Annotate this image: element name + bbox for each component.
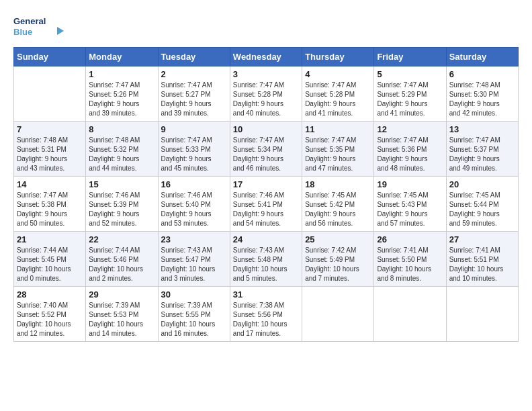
calendar-cell: 14Sunrise: 7:47 AM Sunset: 5:38 PM Dayli… <box>14 177 86 232</box>
day-number: 11 <box>305 124 371 134</box>
day-info: Sunrise: 7:43 AM Sunset: 5:48 PM Dayligh… <box>233 246 299 283</box>
day-info: Sunrise: 7:40 AM Sunset: 5:52 PM Dayligh… <box>17 301 83 338</box>
day-number: 20 <box>449 179 515 189</box>
calendar-cell: 17Sunrise: 7:46 AM Sunset: 5:41 PM Dayli… <box>230 177 302 232</box>
calendar-cell <box>14 66 86 122</box>
day-number: 18 <box>305 179 371 189</box>
day-info: Sunrise: 7:47 AM Sunset: 5:26 PM Dayligh… <box>89 81 154 118</box>
day-number: 21 <box>17 234 83 244</box>
day-info: Sunrise: 7:41 AM Sunset: 5:51 PM Dayligh… <box>449 246 515 283</box>
day-info: Sunrise: 7:46 AM Sunset: 5:40 PM Dayligh… <box>161 191 227 228</box>
calendar-cell: 15Sunrise: 7:46 AM Sunset: 5:39 PM Dayli… <box>86 177 158 232</box>
calendar-cell: 13Sunrise: 7:47 AM Sunset: 5:37 PM Dayli… <box>446 122 518 177</box>
weekday-header-friday: Friday <box>374 48 446 66</box>
svg-marker-1 <box>57 27 64 35</box>
calendar-week-row: 14Sunrise: 7:47 AM Sunset: 5:38 PM Dayli… <box>14 177 519 232</box>
calendar-cell <box>374 287 446 342</box>
day-info: Sunrise: 7:45 AM Sunset: 5:43 PM Dayligh… <box>377 191 443 228</box>
weekday-header-thursday: Thursday <box>302 48 374 66</box>
calendar-cell: 26Sunrise: 7:41 AM Sunset: 5:50 PM Dayli… <box>374 232 446 287</box>
calendar-cell: 27Sunrise: 7:41 AM Sunset: 5:51 PM Dayli… <box>446 232 518 287</box>
day-info: Sunrise: 7:47 AM Sunset: 5:38 PM Dayligh… <box>17 191 83 228</box>
day-info: Sunrise: 7:41 AM Sunset: 5:50 PM Dayligh… <box>377 246 443 283</box>
day-number: 17 <box>233 179 299 189</box>
weekday-header-wednesday: Wednesday <box>230 48 302 66</box>
calendar-cell: 21Sunrise: 7:44 AM Sunset: 5:45 PM Dayli… <box>14 232 86 287</box>
logo-svg: General Blue <box>13 13 67 40</box>
day-info: Sunrise: 7:46 AM Sunset: 5:39 PM Dayligh… <box>89 191 154 228</box>
day-number: 2 <box>161 69 227 79</box>
calendar-week-row: 7Sunrise: 7:48 AM Sunset: 5:31 PM Daylig… <box>14 122 519 177</box>
calendar-cell: 2Sunrise: 7:47 AM Sunset: 5:27 PM Daylig… <box>158 66 230 122</box>
calendar-cell: 22Sunrise: 7:44 AM Sunset: 5:46 PM Dayli… <box>86 232 158 287</box>
day-info: Sunrise: 7:45 AM Sunset: 5:42 PM Dayligh… <box>305 191 371 228</box>
svg-text:Blue: Blue <box>13 27 32 37</box>
day-number: 16 <box>161 179 227 189</box>
day-info: Sunrise: 7:48 AM Sunset: 5:31 PM Dayligh… <box>17 136 83 173</box>
calendar-cell: 23Sunrise: 7:43 AM Sunset: 5:47 PM Dayli… <box>158 232 230 287</box>
day-number: 8 <box>89 124 154 134</box>
logo: General Blue <box>13 13 67 40</box>
day-number: 24 <box>233 234 299 244</box>
day-info: Sunrise: 7:47 AM Sunset: 5:29 PM Dayligh… <box>377 81 443 118</box>
day-info: Sunrise: 7:39 AM Sunset: 5:55 PM Dayligh… <box>161 301 227 338</box>
weekday-header-monday: Monday <box>86 48 158 66</box>
day-info: Sunrise: 7:47 AM Sunset: 5:28 PM Dayligh… <box>305 81 371 118</box>
day-info: Sunrise: 7:42 AM Sunset: 5:49 PM Dayligh… <box>305 246 371 283</box>
day-info: Sunrise: 7:45 AM Sunset: 5:44 PM Dayligh… <box>449 191 515 228</box>
day-number: 14 <box>17 179 83 189</box>
day-number: 10 <box>233 124 299 134</box>
day-number: 7 <box>17 124 83 134</box>
calendar-cell: 18Sunrise: 7:45 AM Sunset: 5:42 PM Dayli… <box>302 177 374 232</box>
calendar-week-row: 21Sunrise: 7:44 AM Sunset: 5:45 PM Dayli… <box>14 232 519 287</box>
day-number: 30 <box>161 289 227 300</box>
day-info: Sunrise: 7:43 AM Sunset: 5:47 PM Dayligh… <box>161 246 227 283</box>
day-info: Sunrise: 7:47 AM Sunset: 5:27 PM Dayligh… <box>161 81 227 118</box>
calendar-cell <box>446 287 518 342</box>
weekday-header-row: SundayMondayTuesdayWednesdayThursdayFrid… <box>14 48 519 66</box>
day-number: 1 <box>89 69 154 79</box>
calendar-cell: 6Sunrise: 7:48 AM Sunset: 5:30 PM Daylig… <box>446 66 518 122</box>
day-number: 9 <box>161 124 227 134</box>
weekday-header-sunday: Sunday <box>14 48 86 66</box>
day-number: 3 <box>233 69 299 79</box>
day-info: Sunrise: 7:46 AM Sunset: 5:41 PM Dayligh… <box>233 191 299 228</box>
day-number: 29 <box>89 289 154 300</box>
calendar-cell: 29Sunrise: 7:39 AM Sunset: 5:53 PM Dayli… <box>86 287 158 342</box>
day-number: 4 <box>305 69 371 79</box>
calendar-cell: 16Sunrise: 7:46 AM Sunset: 5:40 PM Dayli… <box>158 177 230 232</box>
day-number: 31 <box>233 289 299 300</box>
calendar-cell: 25Sunrise: 7:42 AM Sunset: 5:49 PM Dayli… <box>302 232 374 287</box>
weekday-header-tuesday: Tuesday <box>158 48 230 66</box>
day-info: Sunrise: 7:47 AM Sunset: 5:28 PM Dayligh… <box>233 81 299 118</box>
calendar-cell: 10Sunrise: 7:47 AM Sunset: 5:34 PM Dayli… <box>230 122 302 177</box>
day-info: Sunrise: 7:48 AM Sunset: 5:30 PM Dayligh… <box>449 81 515 118</box>
calendar-cell: 5Sunrise: 7:47 AM Sunset: 5:29 PM Daylig… <box>374 66 446 122</box>
day-number: 25 <box>305 234 371 244</box>
day-info: Sunrise: 7:47 AM Sunset: 5:36 PM Dayligh… <box>377 136 443 173</box>
day-info: Sunrise: 7:47 AM Sunset: 5:34 PM Dayligh… <box>233 136 299 173</box>
day-info: Sunrise: 7:47 AM Sunset: 5:35 PM Dayligh… <box>305 136 371 173</box>
day-info: Sunrise: 7:39 AM Sunset: 5:53 PM Dayligh… <box>89 301 154 338</box>
day-number: 26 <box>377 234 443 244</box>
calendar-cell: 12Sunrise: 7:47 AM Sunset: 5:36 PM Dayli… <box>374 122 446 177</box>
day-number: 12 <box>377 124 443 134</box>
calendar-cell: 4Sunrise: 7:47 AM Sunset: 5:28 PM Daylig… <box>302 66 374 122</box>
day-number: 23 <box>161 234 227 244</box>
calendar-week-row: 28Sunrise: 7:40 AM Sunset: 5:52 PM Dayli… <box>14 287 519 342</box>
calendar-table: SundayMondayTuesdayWednesdayThursdayFrid… <box>13 47 519 342</box>
day-number: 28 <box>17 289 83 300</box>
calendar-cell: 1Sunrise: 7:47 AM Sunset: 5:26 PM Daylig… <box>86 66 158 122</box>
day-info: Sunrise: 7:44 AM Sunset: 5:46 PM Dayligh… <box>89 246 154 283</box>
calendar-cell: 9Sunrise: 7:47 AM Sunset: 5:33 PM Daylig… <box>158 122 230 177</box>
day-info: Sunrise: 7:47 AM Sunset: 5:37 PM Dayligh… <box>449 136 515 173</box>
day-info: Sunrise: 7:47 AM Sunset: 5:33 PM Dayligh… <box>161 136 227 173</box>
weekday-header-saturday: Saturday <box>446 48 518 66</box>
svg-text:General: General <box>13 16 46 26</box>
calendar-cell: 19Sunrise: 7:45 AM Sunset: 5:43 PM Dayli… <box>374 177 446 232</box>
calendar-cell: 11Sunrise: 7:47 AM Sunset: 5:35 PM Dayli… <box>302 122 374 177</box>
day-info: Sunrise: 7:38 AM Sunset: 5:56 PM Dayligh… <box>233 301 299 338</box>
page-header: General Blue <box>13 13 519 40</box>
calendar-cell <box>302 287 374 342</box>
calendar-cell: 31Sunrise: 7:38 AM Sunset: 5:56 PM Dayli… <box>230 287 302 342</box>
